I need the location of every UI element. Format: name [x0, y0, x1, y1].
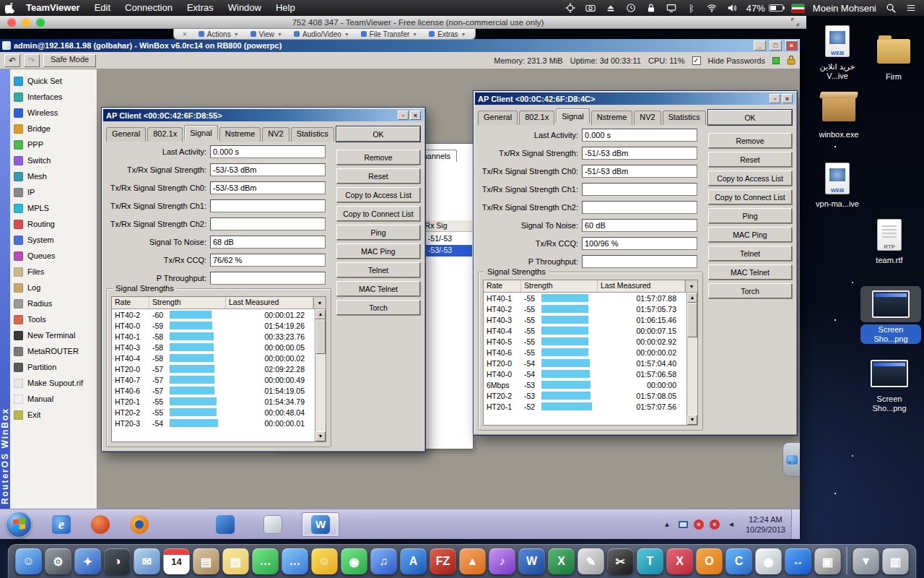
lock-icon[interactable]	[645, 2, 657, 14]
dock-icon-excel[interactable]: X	[549, 548, 575, 574]
tray-volume-icon[interactable]: ◄	[725, 519, 737, 530]
desktop-icon-v-ive[interactable]: WEBخرید انلاین V...ive	[807, 23, 868, 81]
table-row[interactable]: HT20-2-5500:00:48.04	[112, 407, 315, 418]
menu-edit[interactable]: Edit	[87, 2, 118, 13]
tab-signal[interactable]: Signal	[556, 108, 590, 123]
field-input-tx-rx-signal-strength-ch1[interactable]	[210, 199, 326, 212]
column-header-rate[interactable]: Rate	[112, 297, 149, 309]
sidebar-item-mpls[interactable]: MPLS	[10, 200, 97, 216]
telnet-button[interactable]: Telnet	[336, 262, 420, 277]
column-header-strength[interactable]: Strength	[521, 280, 598, 292]
field-input-tx-rx-ccq[interactable]	[582, 237, 697, 250]
table-row[interactable]: HT40-0-5901:54:19.26	[112, 320, 315, 331]
table-row[interactable]: HT20-2-5301:57:08.05	[484, 390, 687, 401]
dock-icon-mail[interactable]: ✉	[134, 548, 160, 574]
tab-statistics[interactable]: Statistics	[663, 111, 706, 125]
tab-802-1x[interactable]: 802.1x	[147, 127, 183, 142]
sidebar-item-switch[interactable]: Switch	[10, 152, 97, 168]
field-input-tx-rx-signal-strength-ch0[interactable]	[210, 181, 326, 194]
sidebar-item-files[interactable]: Files	[10, 264, 97, 280]
spotlight-search-icon[interactable]	[885, 2, 897, 14]
field-input-p-throughput[interactable]	[582, 255, 697, 268]
table-row[interactable]: HT40-2-5501:57:05.73	[484, 303, 687, 314]
tray-arrow-icon[interactable]: ▲	[661, 519, 673, 530]
sidebar-item-manual[interactable]: Manual	[10, 391, 97, 407]
dock-icon-system-preferences[interactable]: ⚙	[45, 548, 71, 574]
volume-icon[interactable]	[726, 2, 738, 14]
dock-icon-chat[interactable]: …	[282, 548, 308, 574]
winbox-maximize-button[interactable]: □	[770, 40, 782, 51]
wifi-icon[interactable]	[706, 2, 718, 14]
sidebar-item-routing[interactable]: Routing	[10, 216, 97, 232]
telnet-button[interactable]: Telnet	[708, 246, 792, 261]
tab-general[interactable]: General	[478, 111, 518, 125]
tab-signal[interactable]: Signal	[184, 125, 218, 139]
table-row[interactable]: HT40-2-6000:00:01.22	[112, 309, 315, 320]
mac-ping-button[interactable]: MAC Ping	[708, 227, 792, 242]
field-input-last-activity[interactable]	[582, 129, 697, 142]
dock-icon-safari[interactable]: ✦	[75, 548, 101, 574]
tab-nstreme[interactable]: Nstreme	[219, 127, 261, 142]
reset-button[interactable]: Reset	[708, 152, 792, 167]
dock-icon-notes[interactable]: ▤	[223, 548, 249, 574]
table-row[interactable]: 6Mbps-5300:00:00	[484, 379, 687, 390]
scroll-up-icon[interactable]: ▲	[687, 293, 697, 303]
sidebar-item-system[interactable]: System	[10, 232, 97, 248]
internet-explorer-icon[interactable]: e	[52, 515, 71, 534]
minimize-window-button[interactable]	[22, 18, 30, 27]
dock-icon-app-o[interactable]: O	[697, 548, 723, 574]
scroll-down-icon[interactable]: ▼	[315, 431, 326, 441]
table-row[interactable]: HT40-0-5401:57:06.58	[484, 368, 687, 379]
scroll-down-icon[interactable]: ▼	[687, 415, 697, 425]
sidebar-item-new-terminal[interactable]: New Terminal	[10, 327, 97, 343]
column-header-last-measured[interactable]: Last Measured	[226, 297, 313, 309]
show-desktop-button[interactable]	[791, 509, 800, 539]
sidebar-item-quick-set[interactable]: Quick Set	[10, 73, 97, 89]
dialog-close-icon[interactable]: ×	[782, 94, 793, 103]
hide-passwords-checkbox[interactable]: ✓	[692, 56, 701, 65]
table-row[interactable]: HT40-3-5800:00:00.05	[112, 342, 315, 353]
winbox-minimize-button[interactable]: _	[754, 40, 766, 51]
menu-teamviewer[interactable]: TeamViewer	[19, 2, 87, 13]
dock-icon-app-t[interactable]: T	[637, 548, 663, 574]
battery-indicator[interactable]: 47%	[746, 3, 783, 14]
sidebar-item-interfaces[interactable]: Interfaces	[10, 89, 97, 105]
mac-telnet-button[interactable]: MAC Telnet	[708, 264, 792, 280]
fullscreen-icon[interactable]	[784, 18, 806, 26]
redo-button[interactable]: ↷	[24, 54, 40, 67]
copy-to-connect-list-button[interactable]: Copy to Connect List	[708, 189, 792, 204]
winbox-titlebar[interactable]: admin@192.168.1.98 (golbahar) - WinBox v…	[0, 39, 800, 52]
notification-center-icon[interactable]	[905, 2, 917, 14]
dock-icon-archive-app[interactable]: ▣	[815, 548, 841, 574]
close-window-button[interactable]	[7, 18, 16, 27]
menu-help[interactable]: Help	[269, 2, 302, 13]
scroll-up-icon[interactable]: ▲	[315, 309, 326, 319]
table-row[interactable]: HT40-4-5800:00:00.02	[112, 353, 315, 363]
table-row[interactable]: HT40-6-5500:00:00.02	[484, 347, 687, 358]
taskbar-button-remote-window-app[interactable]	[254, 512, 292, 537]
dock-icon-contacts[interactable]: ▤	[193, 548, 219, 574]
ping-button[interactable]: Ping	[708, 208, 792, 223]
remove-button[interactable]: Remove	[336, 150, 420, 165]
sidebar-item-wireless[interactable]: Wireless	[10, 105, 97, 121]
copy-to-access-list-button[interactable]: Copy to Access List	[708, 171, 792, 186]
tv-toolbar-audio-video[interactable]: Audio/Video▼	[294, 30, 349, 38]
dock-icon-teamviewer[interactable]: ↔	[785, 548, 811, 574]
sidebar-item-ppp[interactable]: PPP	[10, 137, 97, 152]
dock-icon-itunes[interactable]: ♫	[371, 548, 397, 574]
sidebar-item-ip[interactable]: IP	[10, 184, 97, 200]
sidebar-item-metarouter[interactable]: MetaROUTER	[10, 343, 97, 359]
column-header-strength[interactable]: Strength	[149, 297, 226, 309]
tab-general[interactable]: General	[106, 127, 146, 142]
dock-icon-dashboard[interactable]: ◑	[105, 548, 131, 574]
dialog-titlebar[interactable]: AP Client <00:0C:42:6F:D8:4C>▫×	[475, 92, 796, 105]
field-input-signal-to-noise[interactable]	[210, 236, 326, 249]
table-row[interactable]: HT40-6-5701:54:19.05	[112, 385, 315, 396]
field-input-tx-rx-signal-strength[interactable]	[582, 147, 697, 160]
field-input-tx-rx-ccq[interactable]	[210, 254, 326, 267]
dialog-close-icon[interactable]: ×	[410, 111, 421, 120]
tv-toolbar-file-transfer[interactable]: File Transfer▼	[361, 30, 418, 38]
reset-button[interactable]: Reset	[336, 168, 420, 184]
sidebar-item-exit[interactable]: Exit	[10, 407, 97, 423]
dock-icon-app-x[interactable]: X	[667, 548, 693, 574]
